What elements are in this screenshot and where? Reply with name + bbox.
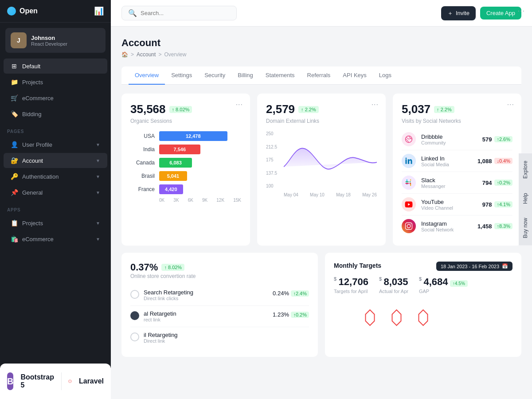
buy-now-tab[interactable]: Buy now xyxy=(519,211,532,246)
explore-tab[interactable]: Explore xyxy=(519,153,532,186)
stat-card-social: ··· 5,037 ↑ 2.2% Visits by Social Networ… xyxy=(393,94,521,246)
svg-marker-18 xyxy=(392,310,401,325)
chart-icon[interactable]: 📊 xyxy=(94,6,104,16)
sidebar-item-general[interactable]: 📌 General ▼ xyxy=(4,185,107,200)
grid-icon: ⊞ xyxy=(11,63,18,70)
bar-france: 4,420 xyxy=(159,184,183,194)
sidebar-item-ecommerce[interactable]: 🛒 eCommerce xyxy=(4,90,107,106)
retarget-pct-search: 0.24% xyxy=(273,290,289,297)
sidebar-item-account[interactable]: 🔐 Account ▼ xyxy=(4,153,107,168)
line-chart-area: 250212.5175137.5100 xyxy=(266,131,377,197)
sidebar-item-default[interactable]: ⊞ Default xyxy=(4,59,107,74)
search-input[interactable] xyxy=(141,10,230,16)
bar-row-india: India 7,546 xyxy=(130,145,241,154)
stat-value-domain: 2,579 ↑ 2.2% xyxy=(266,102,377,116)
invite-button[interactable]: ＋ Invite xyxy=(441,6,476,20)
sidebar-item-ecommerce-app[interactable]: 🛍️ eCommerce ▼ xyxy=(4,231,107,246)
search-box[interactable]: 🔍 xyxy=(121,6,237,20)
tab-overview[interactable]: Overview xyxy=(129,66,165,85)
date-range-badge: 18 Jan 2023 - 16 Feb 2023 📅 xyxy=(436,262,512,271)
logo-icon xyxy=(7,7,16,16)
sidebar-item-bidding[interactable]: 🏷️ Bidding xyxy=(4,106,107,121)
bag-icon: 🛍️ xyxy=(11,235,18,243)
sidebar-header: Open 📊 xyxy=(0,0,111,23)
social-row-instagram: Instagram Social Network 1,458 ↑8.3% xyxy=(402,215,512,237)
stat-card-domain: ··· 2,579 ↑ 2.2% Domain External Links 2… xyxy=(257,94,386,246)
retarget-row-search: Search Retargeting Direct link clicks 0.… xyxy=(130,285,309,306)
user-icon: 👤 xyxy=(11,141,18,148)
sidebar-item-authentication[interactable]: 🔑 Authentication ▼ xyxy=(4,169,107,184)
lock-icon: 🔐 xyxy=(11,157,18,164)
retarget-change-social: ↑0.2% xyxy=(291,312,309,318)
bar-canada: 6,083 xyxy=(159,158,192,168)
more-menu-icon[interactable]: ··· xyxy=(236,101,243,109)
tabs-container: Overview Settings Security Billing State… xyxy=(121,66,521,85)
avatar: J xyxy=(11,32,27,48)
user-card[interactable]: J Johnson React Developer xyxy=(5,28,106,53)
social-val-instagram: 1,458 xyxy=(477,223,492,230)
social-name-slack: Slack xyxy=(421,177,477,184)
social-row-dribbble: Dribbble Community 579 ↑2.6% xyxy=(402,129,512,150)
bar-usa: 12,478 xyxy=(159,131,227,141)
conversion-badge: ↑ 8.02% xyxy=(161,264,184,271)
topbar: 🔍 ＋ Invite Create App xyxy=(111,0,532,27)
chevron-down-icon: ▼ xyxy=(96,158,100,163)
nav-label: Authentication xyxy=(22,173,59,180)
linkedin-icon xyxy=(402,154,416,168)
tab-security[interactable]: Security xyxy=(198,66,231,85)
help-tab[interactable]: Help xyxy=(519,186,532,211)
social-val-slack: 794 xyxy=(482,180,492,186)
bar-row-usa: USA 12,478 xyxy=(130,131,241,141)
create-app-button[interactable]: Create App xyxy=(480,7,521,20)
chart-y-labels: 250212.5175137.5100 xyxy=(266,131,277,188)
instagram-icon xyxy=(402,219,416,233)
social-row-linkedin: Linked In Social Media 1,088 ↓0.4% xyxy=(402,150,512,172)
youtube-icon xyxy=(402,197,416,211)
sidebar-item-projects-app[interactable]: 📋 Projects ▼ xyxy=(4,215,107,231)
bootstrap-logo: B xyxy=(7,372,13,390)
tab-settings[interactable]: Settings xyxy=(165,66,198,85)
sidebar-item-user-profile[interactable]: 👤 User Profile ▼ xyxy=(4,137,107,152)
chevron-down-icon: ▼ xyxy=(96,221,100,226)
bar-brasil: 5,041 xyxy=(159,171,187,181)
social-list: Dribbble Community 579 ↑2.6% xyxy=(402,129,512,237)
tab-logs[interactable]: Logs xyxy=(373,66,398,85)
nav-label: Projects xyxy=(22,220,43,227)
tab-statements[interactable]: Statements xyxy=(259,66,301,85)
svg-point-15 xyxy=(407,224,411,228)
social-type-slack: Messanger xyxy=(421,184,477,189)
svg-marker-19 xyxy=(419,310,428,325)
breadcrumb-overview: Overview xyxy=(164,51,186,58)
gap-badge: ↑4.5% xyxy=(450,280,468,287)
pin-icon: 📌 xyxy=(11,189,18,196)
more-menu-icon-3[interactable]: ··· xyxy=(507,101,514,109)
bar-india: 7,546 xyxy=(159,145,200,154)
conversion-value: 0.37% ↑ 8.02% xyxy=(130,262,309,273)
main-content: 🔍 ＋ Invite Create App Account 🏠 > Accoun… xyxy=(111,0,532,399)
monthly-gap: $ 4,684 ↑4.5% GAP xyxy=(419,276,468,294)
more-menu-icon-2[interactable]: ··· xyxy=(372,101,379,109)
tab-referrals[interactable]: Referrals xyxy=(301,66,337,85)
tab-billing[interactable]: Billing xyxy=(231,66,259,85)
page-content: Account 🏠 > Account > Overview Overview … xyxy=(111,27,532,399)
social-change-youtube: ↑4.1% xyxy=(494,201,512,207)
breadcrumb-account[interactable]: Account xyxy=(137,51,156,58)
stat-badge-domain: ↑ 2.2% xyxy=(298,106,319,113)
key-icon: 🔑 xyxy=(11,173,18,180)
tabs: Overview Settings Security Billing State… xyxy=(121,66,521,85)
cart-icon: 🛒 xyxy=(11,94,18,102)
stat-badge-social: ↑ 2.2% xyxy=(434,106,454,113)
svg-point-16 xyxy=(410,224,411,225)
social-val-linkedin: 1,088 xyxy=(477,158,492,164)
stat-badge-organic: ↑ 8.02% xyxy=(169,106,192,113)
retarget-name-email: il Retargeting xyxy=(144,332,309,338)
tab-api-keys[interactable]: API Keys xyxy=(336,66,372,85)
conversion-card: ··· 0.37% ↑ 8.02% Online store convertio… xyxy=(121,253,318,357)
svg-marker-17 xyxy=(366,310,375,325)
user-name: Johnson xyxy=(31,35,67,41)
breadcrumb: 🏠 > Account > Overview xyxy=(121,51,521,58)
sidebar-item-projects[interactable]: 📁 Projects xyxy=(4,74,107,90)
stat-label-organic: Organic Sessions xyxy=(130,118,241,124)
home-icon[interactable]: 🏠 xyxy=(121,51,128,58)
arrow-up-icon: ↑ xyxy=(172,107,175,112)
